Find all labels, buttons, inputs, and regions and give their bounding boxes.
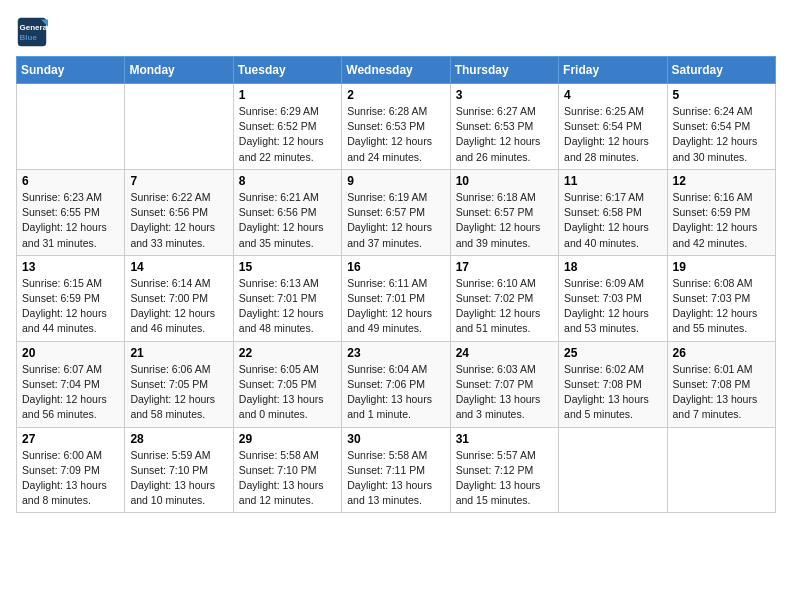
day-number: 1 xyxy=(239,88,336,102)
calendar-header-row: SundayMondayTuesdayWednesdayThursdayFrid… xyxy=(17,57,776,84)
day-number: 14 xyxy=(130,260,227,274)
day-info: Sunrise: 6:24 AM Sunset: 6:54 PM Dayligh… xyxy=(673,104,770,165)
calendar-cell: 21Sunrise: 6:06 AM Sunset: 7:05 PM Dayli… xyxy=(125,341,233,427)
day-info: Sunrise: 5:58 AM Sunset: 7:10 PM Dayligh… xyxy=(239,448,336,509)
day-number: 25 xyxy=(564,346,661,360)
day-number: 27 xyxy=(22,432,119,446)
col-header-friday: Friday xyxy=(559,57,667,84)
day-info: Sunrise: 6:13 AM Sunset: 7:01 PM Dayligh… xyxy=(239,276,336,337)
calendar-cell: 28Sunrise: 5:59 AM Sunset: 7:10 PM Dayli… xyxy=(125,427,233,513)
calendar-week-row: 1Sunrise: 6:29 AM Sunset: 6:52 PM Daylig… xyxy=(17,84,776,170)
day-number: 16 xyxy=(347,260,444,274)
day-number: 23 xyxy=(347,346,444,360)
day-info: Sunrise: 6:25 AM Sunset: 6:54 PM Dayligh… xyxy=(564,104,661,165)
day-number: 26 xyxy=(673,346,770,360)
day-info: Sunrise: 6:08 AM Sunset: 7:03 PM Dayligh… xyxy=(673,276,770,337)
day-info: Sunrise: 6:06 AM Sunset: 7:05 PM Dayligh… xyxy=(130,362,227,423)
day-number: 30 xyxy=(347,432,444,446)
day-number: 21 xyxy=(130,346,227,360)
calendar-cell: 3Sunrise: 6:27 AM Sunset: 6:53 PM Daylig… xyxy=(450,84,558,170)
calendar-cell: 24Sunrise: 6:03 AM Sunset: 7:07 PM Dayli… xyxy=(450,341,558,427)
col-header-monday: Monday xyxy=(125,57,233,84)
header: General Blue xyxy=(16,16,776,48)
day-number: 13 xyxy=(22,260,119,274)
day-info: Sunrise: 6:27 AM Sunset: 6:53 PM Dayligh… xyxy=(456,104,553,165)
col-header-thursday: Thursday xyxy=(450,57,558,84)
col-header-tuesday: Tuesday xyxy=(233,57,341,84)
calendar-cell: 16Sunrise: 6:11 AM Sunset: 7:01 PM Dayli… xyxy=(342,255,450,341)
day-number: 24 xyxy=(456,346,553,360)
day-info: Sunrise: 6:18 AM Sunset: 6:57 PM Dayligh… xyxy=(456,190,553,251)
calendar-cell: 14Sunrise: 6:14 AM Sunset: 7:00 PM Dayli… xyxy=(125,255,233,341)
day-info: Sunrise: 6:11 AM Sunset: 7:01 PM Dayligh… xyxy=(347,276,444,337)
day-info: Sunrise: 6:14 AM Sunset: 7:00 PM Dayligh… xyxy=(130,276,227,337)
calendar-cell: 31Sunrise: 5:57 AM Sunset: 7:12 PM Dayli… xyxy=(450,427,558,513)
calendar-cell: 23Sunrise: 6:04 AM Sunset: 7:06 PM Dayli… xyxy=(342,341,450,427)
day-number: 18 xyxy=(564,260,661,274)
day-info: Sunrise: 6:02 AM Sunset: 7:08 PM Dayligh… xyxy=(564,362,661,423)
calendar-table: SundayMondayTuesdayWednesdayThursdayFrid… xyxy=(16,56,776,513)
calendar-cell: 9Sunrise: 6:19 AM Sunset: 6:57 PM Daylig… xyxy=(342,169,450,255)
calendar-week-row: 20Sunrise: 6:07 AM Sunset: 7:04 PM Dayli… xyxy=(17,341,776,427)
calendar-cell: 20Sunrise: 6:07 AM Sunset: 7:04 PM Dayli… xyxy=(17,341,125,427)
day-number: 4 xyxy=(564,88,661,102)
calendar-cell: 10Sunrise: 6:18 AM Sunset: 6:57 PM Dayli… xyxy=(450,169,558,255)
day-info: Sunrise: 6:19 AM Sunset: 6:57 PM Dayligh… xyxy=(347,190,444,251)
day-info: Sunrise: 6:21 AM Sunset: 6:56 PM Dayligh… xyxy=(239,190,336,251)
calendar-cell: 1Sunrise: 6:29 AM Sunset: 6:52 PM Daylig… xyxy=(233,84,341,170)
calendar-cell: 30Sunrise: 5:58 AM Sunset: 7:11 PM Dayli… xyxy=(342,427,450,513)
day-number: 20 xyxy=(22,346,119,360)
day-info: Sunrise: 6:05 AM Sunset: 7:05 PM Dayligh… xyxy=(239,362,336,423)
day-number: 28 xyxy=(130,432,227,446)
day-info: Sunrise: 6:09 AM Sunset: 7:03 PM Dayligh… xyxy=(564,276,661,337)
day-number: 8 xyxy=(239,174,336,188)
day-info: Sunrise: 6:10 AM Sunset: 7:02 PM Dayligh… xyxy=(456,276,553,337)
calendar-cell: 12Sunrise: 6:16 AM Sunset: 6:59 PM Dayli… xyxy=(667,169,775,255)
day-info: Sunrise: 6:16 AM Sunset: 6:59 PM Dayligh… xyxy=(673,190,770,251)
calendar-cell: 29Sunrise: 5:58 AM Sunset: 7:10 PM Dayli… xyxy=(233,427,341,513)
calendar-cell xyxy=(125,84,233,170)
calendar-cell: 22Sunrise: 6:05 AM Sunset: 7:05 PM Dayli… xyxy=(233,341,341,427)
calendar-cell: 17Sunrise: 6:10 AM Sunset: 7:02 PM Dayli… xyxy=(450,255,558,341)
col-header-wednesday: Wednesday xyxy=(342,57,450,84)
day-number: 3 xyxy=(456,88,553,102)
day-number: 2 xyxy=(347,88,444,102)
day-number: 5 xyxy=(673,88,770,102)
calendar-cell: 8Sunrise: 6:21 AM Sunset: 6:56 PM Daylig… xyxy=(233,169,341,255)
calendar-cell: 25Sunrise: 6:02 AM Sunset: 7:08 PM Dayli… xyxy=(559,341,667,427)
calendar-week-row: 27Sunrise: 6:00 AM Sunset: 7:09 PM Dayli… xyxy=(17,427,776,513)
col-header-sunday: Sunday xyxy=(17,57,125,84)
calendar-cell: 6Sunrise: 6:23 AM Sunset: 6:55 PM Daylig… xyxy=(17,169,125,255)
svg-text:Blue: Blue xyxy=(20,33,38,42)
day-number: 15 xyxy=(239,260,336,274)
day-number: 19 xyxy=(673,260,770,274)
day-info: Sunrise: 6:00 AM Sunset: 7:09 PM Dayligh… xyxy=(22,448,119,509)
day-info: Sunrise: 5:59 AM Sunset: 7:10 PM Dayligh… xyxy=(130,448,227,509)
day-info: Sunrise: 6:03 AM Sunset: 7:07 PM Dayligh… xyxy=(456,362,553,423)
day-number: 31 xyxy=(456,432,553,446)
day-number: 10 xyxy=(456,174,553,188)
day-info: Sunrise: 6:17 AM Sunset: 6:58 PM Dayligh… xyxy=(564,190,661,251)
day-info: Sunrise: 6:15 AM Sunset: 6:59 PM Dayligh… xyxy=(22,276,119,337)
calendar-cell xyxy=(17,84,125,170)
calendar-cell xyxy=(559,427,667,513)
day-info: Sunrise: 5:58 AM Sunset: 7:11 PM Dayligh… xyxy=(347,448,444,509)
calendar-cell: 26Sunrise: 6:01 AM Sunset: 7:08 PM Dayli… xyxy=(667,341,775,427)
day-info: Sunrise: 6:04 AM Sunset: 7:06 PM Dayligh… xyxy=(347,362,444,423)
svg-text:General: General xyxy=(20,23,48,32)
day-info: Sunrise: 6:22 AM Sunset: 6:56 PM Dayligh… xyxy=(130,190,227,251)
calendar-week-row: 13Sunrise: 6:15 AM Sunset: 6:59 PM Dayli… xyxy=(17,255,776,341)
calendar-cell: 2Sunrise: 6:28 AM Sunset: 6:53 PM Daylig… xyxy=(342,84,450,170)
day-number: 6 xyxy=(22,174,119,188)
logo-icon: General Blue xyxy=(16,16,48,48)
day-number: 11 xyxy=(564,174,661,188)
col-header-saturday: Saturday xyxy=(667,57,775,84)
calendar-cell: 7Sunrise: 6:22 AM Sunset: 6:56 PM Daylig… xyxy=(125,169,233,255)
day-info: Sunrise: 6:28 AM Sunset: 6:53 PM Dayligh… xyxy=(347,104,444,165)
day-number: 9 xyxy=(347,174,444,188)
day-info: Sunrise: 6:23 AM Sunset: 6:55 PM Dayligh… xyxy=(22,190,119,251)
logo: General Blue xyxy=(16,16,52,48)
calendar-cell: 19Sunrise: 6:08 AM Sunset: 7:03 PM Dayli… xyxy=(667,255,775,341)
calendar-cell: 18Sunrise: 6:09 AM Sunset: 7:03 PM Dayli… xyxy=(559,255,667,341)
calendar-cell: 5Sunrise: 6:24 AM Sunset: 6:54 PM Daylig… xyxy=(667,84,775,170)
